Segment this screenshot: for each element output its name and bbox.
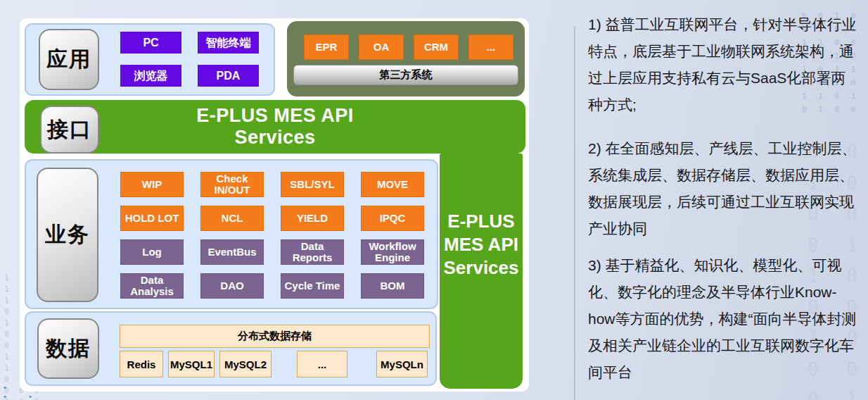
business-item-dao: DAO bbox=[200, 273, 264, 299]
api-column-line3: Services bbox=[444, 256, 519, 280]
business-item-workflow-engine: Workflow Engine bbox=[361, 239, 424, 265]
store-ellipsis: ... bbox=[297, 351, 347, 377]
api-column-line2: MES API bbox=[444, 233, 518, 256]
note-paragraph-3: 3) 基于精益化、知识化、模型化、可视化、数字化的理念及半导体行业Know-ho… bbox=[588, 252, 860, 386]
business-item-wip: WIP bbox=[120, 172, 184, 197]
mes-api-services-column: E-PLUS MES API Services bbox=[440, 154, 523, 389]
ext-system-crm: CRM bbox=[414, 35, 459, 60]
store-mysql2: MySQL2 bbox=[219, 351, 272, 377]
business-item-cycle-time: Cycle Time bbox=[281, 273, 344, 299]
ext-system-epr: EPR bbox=[304, 35, 349, 60]
business-item-data-analysis: Data Analysis bbox=[120, 273, 184, 299]
app-item-smart-terminal: 智能终端 bbox=[198, 32, 259, 54]
business-layer-label: 业务 bbox=[37, 168, 98, 302]
business-item-ncl: NCL bbox=[200, 206, 264, 231]
interface-layer-label: 接口 bbox=[40, 106, 99, 154]
external-systems-container: EPR OA CRM ... 第三方系统 bbox=[287, 21, 525, 96]
business-item-move: MOVE bbox=[361, 172, 424, 197]
business-item-bom: BOM bbox=[361, 273, 424, 299]
business-item-ipqc: IPQC bbox=[361, 206, 424, 231]
app-item-browser: 浏览器 bbox=[120, 65, 181, 87]
business-items-grid: WIP Check IN/OUT SBL/SYL MOVE HOLD LOT N… bbox=[120, 172, 424, 299]
business-item-log: Log bbox=[120, 239, 184, 265]
interface-layer-bar: E-PLUS MES API Services bbox=[25, 100, 525, 154]
vertical-divider bbox=[574, 27, 575, 400]
mes-api-title: E-PLUS MES API Services bbox=[25, 100, 525, 154]
external-systems-row: EPR OA CRM ... bbox=[304, 35, 513, 60]
business-item-sbl-syl: SBL/SYL bbox=[281, 172, 344, 197]
distributed-storage-header: 分布式数据存储 bbox=[120, 325, 430, 348]
third-party-systems-bar: 第三方系统 bbox=[293, 65, 518, 85]
app-item-pc: PC bbox=[120, 32, 181, 54]
mes-api-title-line1: E-PLUS MES API bbox=[196, 105, 354, 127]
business-item-check-in-out: Check IN/OUT bbox=[200, 172, 264, 197]
note-paragraph-1: 1) 益普工业互联网平台，针对半导体行业特点，底层基于工业物联网系统架构，通过上… bbox=[588, 11, 860, 118]
business-item-eventbus: EventBus bbox=[200, 239, 264, 265]
business-item-yield: YIELD bbox=[281, 206, 344, 231]
note-paragraph-2: 2) 在全面感知层、产线层、工业控制层、系统集成层、数据存储层、数据应用层、数据… bbox=[588, 135, 860, 242]
store-redis: Redis bbox=[120, 351, 163, 377]
mes-api-title-line2: Services bbox=[234, 127, 315, 149]
ext-system-oa: OA bbox=[359, 35, 404, 60]
app-item-pda: PDA bbox=[198, 65, 259, 87]
ext-system-more: ... bbox=[468, 35, 513, 60]
business-item-hold-lot: HOLD LOT bbox=[120, 206, 184, 231]
application-layer-label: 应用 bbox=[39, 29, 99, 90]
store-mysqln: MySQLn bbox=[376, 351, 428, 377]
store-mysql1: MySQL1 bbox=[168, 351, 215, 377]
slide-canvas: 0 0 1 0 1 1 0 1 1 1 0 0 0 1 1 0 1 0 1 1 … bbox=[0, 0, 868, 400]
data-layer-label: 数据 bbox=[37, 318, 99, 379]
business-item-data-reports: Data Reports bbox=[281, 239, 344, 265]
application-items-grid: PC 智能终端 浏览器 PDA bbox=[120, 32, 259, 87]
storage-cells-row: Redis MySQL1 MySQL2 ... MySQLn bbox=[120, 351, 428, 377]
api-column-line1: E-PLUS bbox=[447, 210, 514, 233]
